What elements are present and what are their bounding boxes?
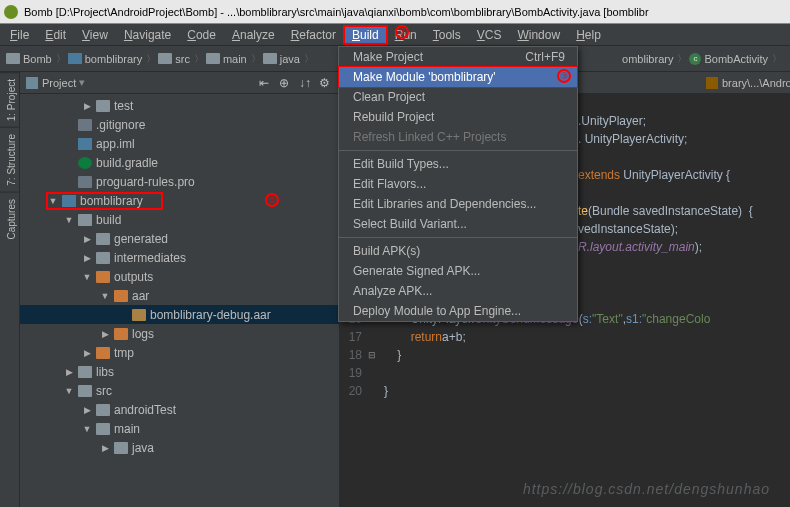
- menu-window[interactable]: Window: [509, 26, 568, 44]
- menu-item-build-apk-s-[interactable]: Build APK(s): [339, 241, 577, 261]
- menu-navigate[interactable]: Navigate: [116, 26, 179, 44]
- crumb-module[interactable]: bomblibrary: [85, 53, 142, 65]
- menu-item-edit-build-types-[interactable]: Edit Build Types...: [339, 154, 577, 174]
- menu-item-select-build-variant-[interactable]: Select Build Variant...: [339, 214, 577, 234]
- tree-item-libs[interactable]: ▶libs: [20, 362, 339, 381]
- app-icon: [4, 5, 18, 19]
- menu-edit[interactable]: Edit: [37, 26, 74, 44]
- menu-item-make-project[interactable]: Make ProjectCtrl+F9: [339, 47, 577, 67]
- side-tab-project[interactable]: 1: Project: [0, 72, 19, 127]
- menu-tools[interactable]: Tools: [425, 26, 469, 44]
- annotation-2: ②: [395, 25, 409, 39]
- tool-window-tabs: 1: Project 7: Structure Captures: [0, 72, 20, 507]
- menu-analyze[interactable]: Analyze: [224, 26, 283, 44]
- project-icon: [26, 77, 38, 89]
- menu-item-analyze-apk-[interactable]: Analyze APK...: [339, 281, 577, 301]
- crumb-java[interactable]: java: [280, 53, 300, 65]
- title-bar: Bomb [D:\Project\AndroidProject\Bomb] - …: [0, 0, 790, 24]
- xml-icon: [706, 77, 718, 89]
- tree-item--gitignore[interactable]: .gitignore: [20, 115, 339, 134]
- gear-icon[interactable]: ⚙: [319, 76, 333, 90]
- menu-file[interactable]: File: [2, 26, 37, 44]
- menu-item-make-module-bomblibrary-[interactable]: Make Module 'bomblibrary'③: [339, 67, 577, 87]
- tree-item-proguard-rules-pro[interactable]: proguard-rules.pro: [20, 172, 339, 191]
- sort-icon[interactable]: ↓↑: [299, 76, 313, 90]
- menu-build[interactable]: Build: [344, 26, 387, 44]
- tree-item-java[interactable]: ▶java: [20, 438, 339, 457]
- crumb-activity[interactable]: BombActivity: [704, 53, 768, 65]
- tree-item-build[interactable]: ▼build: [20, 210, 339, 229]
- menu-item-deploy-module-to-app-engine-[interactable]: Deploy Module to App Engine...: [339, 301, 577, 321]
- tree-item-generated[interactable]: ▶generated: [20, 229, 339, 248]
- side-tab-structure[interactable]: 7: Structure: [0, 127, 19, 192]
- side-tab-captures[interactable]: Captures: [0, 192, 19, 246]
- tree-item-bomblibrary-debug-aar[interactable]: bomblibrary-debug.aar: [20, 305, 339, 324]
- menu-item-generate-signed-apk-[interactable]: Generate Signed APK...: [339, 261, 577, 281]
- target-icon[interactable]: ⊕: [279, 76, 293, 90]
- project-panel: Project▾ ⇤ ⊕ ↓↑ ⚙ ▶test.gitignoreapp.iml…: [20, 72, 340, 507]
- panel-header: Project▾ ⇤ ⊕ ↓↑ ⚙: [20, 72, 339, 94]
- tree-item-intermediates[interactable]: ▶intermediates: [20, 248, 339, 267]
- tree-item-test[interactable]: ▶test: [20, 96, 339, 115]
- menu-help[interactable]: Help: [568, 26, 609, 44]
- collapse-icon[interactable]: ⇤: [259, 76, 273, 90]
- tree-item-logs[interactable]: ▶logs: [20, 324, 339, 343]
- menu-item-clean-project[interactable]: Clean Project: [339, 87, 577, 107]
- tree-item-main[interactable]: ▼main: [20, 419, 339, 438]
- tree-item-tmp[interactable]: ▶tmp: [20, 343, 339, 362]
- crumb-src[interactable]: src: [175, 53, 190, 65]
- tree-item-outputs[interactable]: ▼outputs: [20, 267, 339, 286]
- crumb-main[interactable]: main: [223, 53, 247, 65]
- menu-item-refresh-linked-c-projects: Refresh Linked C++ Projects: [339, 127, 577, 147]
- menu-code[interactable]: Code: [179, 26, 224, 44]
- menu-item-rebuild-project[interactable]: Rebuild Project: [339, 107, 577, 127]
- menu-item-edit-flavors-[interactable]: Edit Flavors...: [339, 174, 577, 194]
- tab-label: brary\...\AndroidManifest.xml: [722, 77, 790, 89]
- menu-vcs[interactable]: VCS: [469, 26, 510, 44]
- tree-item-build-gradle[interactable]: build.gradle: [20, 153, 339, 172]
- window-title: Bomb [D:\Project\AndroidProject\Bomb] - …: [24, 6, 649, 18]
- crumb-tail[interactable]: omblibrary: [622, 53, 673, 65]
- panel-title[interactable]: Project: [42, 77, 76, 89]
- menu-view[interactable]: View: [74, 26, 116, 44]
- tree-item-aar[interactable]: ▼aar: [20, 286, 339, 305]
- tree-item-androidtest[interactable]: ▶androidTest: [20, 400, 339, 419]
- menu-item-edit-libraries-and-dependencies-[interactable]: Edit Libraries and Dependencies...: [339, 194, 577, 214]
- crumb-project[interactable]: Bomb: [23, 53, 52, 65]
- watermark: https://blog.csdn.net/dengshunhao: [523, 481, 770, 497]
- menu-refactor[interactable]: Refactor: [283, 26, 344, 44]
- build-menu-dropdown: Make ProjectCtrl+F9Make Module 'bomblibr…: [338, 46, 578, 322]
- tree-item-app-iml[interactable]: app.iml: [20, 134, 339, 153]
- tab-manifest[interactable]: brary\...\AndroidManifest.xml ×: [700, 72, 790, 94]
- tree-item-bomblibrary[interactable]: ▼bomblibrary①: [20, 191, 339, 210]
- project-tree[interactable]: ▶test.gitignoreapp.imlbuild.gradleprogua…: [20, 94, 339, 507]
- tree-item-src[interactable]: ▼src: [20, 381, 339, 400]
